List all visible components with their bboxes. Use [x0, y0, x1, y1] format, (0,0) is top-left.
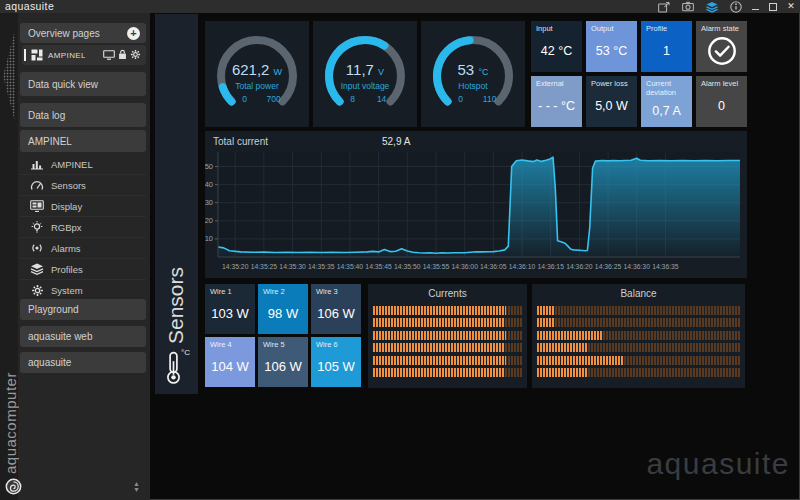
- bar-list: [373, 306, 522, 380]
- sidebar-item-profiles[interactable]: Profiles: [20, 259, 146, 280]
- sidebar-section-data-quick-view[interactable]: Data quick view: [20, 72, 146, 96]
- gauge-max: 700: [259, 94, 288, 104]
- profiles-layers-icon[interactable]: [706, 1, 718, 13]
- segment-bar: [373, 343, 522, 352]
- aquacomputer-logo-icon: [5, 478, 22, 499]
- svg-text:14:36:10: 14:36:10: [509, 263, 536, 270]
- sidebar-item-label: System: [51, 285, 83, 296]
- tile-profile: Profile1: [641, 21, 692, 72]
- tile-label: Input: [531, 21, 582, 34]
- tile-value: 106 W: [258, 350, 308, 388]
- sidebar-section-device-ampinel[interactable]: AMPINEL: [20, 130, 146, 152]
- sidebar-item-rgbpx[interactable]: RGBpx: [20, 217, 146, 238]
- scroll-down-icon[interactable]: ▼: [133, 487, 140, 493]
- segment-bar: [373, 368, 522, 377]
- tile-value: 0: [696, 89, 747, 128]
- segment-bar-fill: [373, 356, 506, 365]
- svg-text:14:35:55: 14:35:55: [423, 263, 450, 270]
- display-icon: [30, 200, 44, 212]
- tile-label: Power loss: [586, 76, 637, 89]
- segment-bar: [537, 331, 740, 340]
- sidebar-section-data-log[interactable]: Data log: [20, 103, 146, 127]
- info-icon[interactable]: [730, 1, 742, 13]
- titlebar[interactable]: aquasuite ✕: [0, 0, 800, 13]
- gauge-value: 53 °C: [421, 61, 525, 78]
- panel-title: Currents: [368, 284, 527, 299]
- gauge-max: 110: [475, 94, 504, 104]
- svg-text:14:35:30: 14:35:30: [279, 263, 306, 270]
- segment-bar: [373, 318, 522, 327]
- gauge-min: 0: [234, 94, 255, 104]
- tile-output: Output53 °C: [586, 21, 637, 72]
- tile-wire-2: Wire 298 W: [258, 284, 308, 334]
- tab-sensors[interactable]: Sensors °C: [155, 14, 198, 394]
- chart-current-value: 52,9 A: [382, 136, 410, 147]
- sidebar-section-aquasuite-web[interactable]: aquasuite web: [20, 326, 146, 347]
- segment-bar: [537, 318, 740, 327]
- sidebar-item-label: Profiles: [51, 264, 83, 275]
- sidebar-section-overview-pages[interactable]: Overview pages +: [20, 23, 146, 43]
- monitor-icon[interactable]: [103, 46, 115, 64]
- balance-panel: Balance: [532, 284, 745, 388]
- dashboard-grid-icon: [31, 49, 43, 61]
- tile-wire-6: Wire 6105 W: [311, 337, 361, 387]
- segment-bar-fill: [537, 368, 588, 377]
- tile-wire-4: Wire 4104 W: [205, 337, 255, 387]
- tab-sensors-label: Sensors: [164, 267, 188, 344]
- currents-panel: Currents: [368, 284, 527, 388]
- add-overview-page-button[interactable]: +: [127, 27, 140, 40]
- maximize-icon: [769, 3, 777, 11]
- panel-drag-handle[interactable]: [3, 30, 15, 122]
- screenshot-icon[interactable]: [682, 1, 694, 13]
- tile-external: External- - - °C: [531, 76, 582, 127]
- sidebar: Overview pages + AMPINEL Data quick view…: [0, 13, 150, 500]
- bar-list: [537, 306, 740, 380]
- lock-icon[interactable]: [118, 46, 127, 64]
- sidebar-item-ampinel[interactable]: AMPINEL: [20, 154, 146, 175]
- panel-title: Balance: [532, 284, 745, 299]
- app-title: aquasuite: [5, 0, 54, 13]
- brand-vertical-text: aquacomputer: [2, 370, 22, 476]
- export-page-icon[interactable]: [658, 1, 670, 13]
- maximize-button[interactable]: [768, 1, 778, 12]
- gauge-min: 8: [342, 94, 363, 104]
- minimize-button[interactable]: [750, 1, 760, 12]
- gauge-label: Total power: [205, 81, 309, 91]
- sidebar-scrollbar: ▲ ▼: [133, 481, 140, 493]
- chart-title: Total current: [213, 136, 268, 147]
- selected-indicator: [24, 49, 26, 61]
- tile-value: 0,7 A: [641, 97, 692, 127]
- sidebar-item-sensors[interactable]: Sensors: [20, 175, 146, 196]
- sidebar-section-playground[interactable]: Playground: [20, 299, 146, 320]
- bar-chart-icon: [30, 158, 44, 170]
- tile-label: Wire 3: [311, 284, 361, 297]
- segment-bar-fill: [373, 368, 504, 377]
- tile-label: External: [531, 76, 582, 89]
- sidebar-item-alarms[interactable]: Alarms: [20, 238, 146, 259]
- close-button[interactable]: ✕: [786, 1, 796, 12]
- tile-current-deviation: Current deviation0,7 A: [641, 76, 692, 127]
- alarm-icon: [30, 242, 44, 254]
- aquasuite-watermark: aquasuite: [600, 447, 790, 481]
- tile-value: 1: [641, 34, 692, 73]
- svg-text:14:36:30: 14:36:30: [623, 263, 650, 270]
- tile-value: - - - °C: [531, 89, 582, 128]
- sidebar-item-display[interactable]: Display: [20, 196, 146, 217]
- tile-label: Wire 6: [311, 337, 361, 350]
- gauge-total-power: 621,2 W Total power 0 700: [205, 21, 309, 127]
- sidebar-item-system[interactable]: System: [20, 280, 146, 301]
- svg-text:14:36:15: 14:36:15: [537, 263, 564, 270]
- segment-bar: [537, 343, 740, 352]
- tile-label: Wire 2: [258, 284, 308, 297]
- svg-text:14:35:20: 14:35:20: [222, 263, 249, 270]
- speedometer-icon: [30, 179, 44, 191]
- svg-text:40: 40: [205, 180, 213, 189]
- sidebar-item-ampinel-overview[interactable]: AMPINEL: [22, 45, 146, 65]
- tile-value: 53 °C: [586, 34, 637, 73]
- tab-unit-label: °C: [181, 348, 190, 357]
- tile-label: Wire 5: [258, 337, 308, 350]
- tile-value: 5,0 W: [586, 89, 637, 128]
- sidebar-section-aquasuite[interactable]: aquasuite: [20, 352, 146, 373]
- gear-icon[interactable]: [130, 46, 141, 64]
- svg-text:14:35:35: 14:35:35: [308, 263, 335, 270]
